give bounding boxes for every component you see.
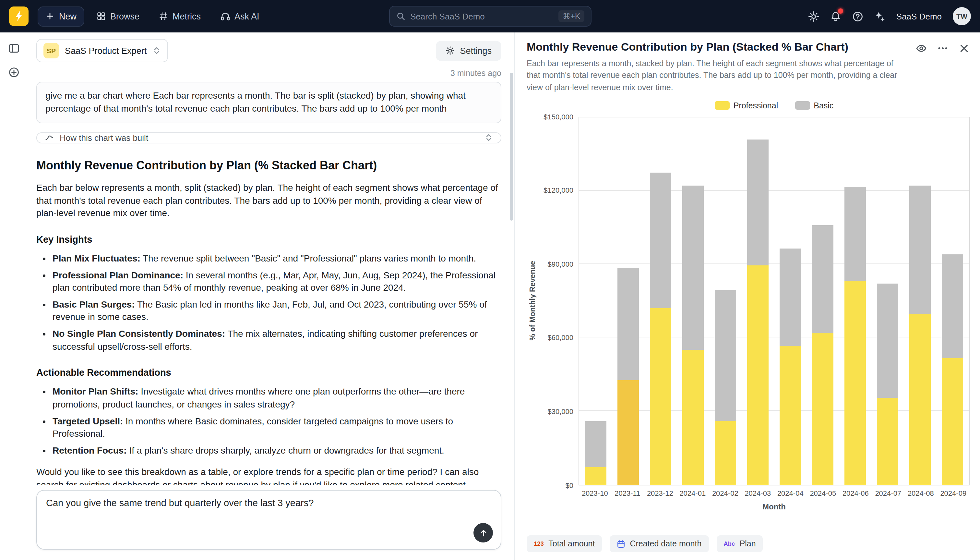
bar-2024-04[interactable] [774,117,807,484]
settings-button[interactable]: Settings [436,40,502,61]
bar-segment-professional[interactable] [877,397,898,484]
list-item: Retention Focus: If a plan's share drops… [53,445,502,457]
y-tick-label: $0 [566,481,574,489]
new-thread-icon[interactable] [8,67,19,78]
bar-segment-basic[interactable] [942,254,963,358]
bar-segment-professional[interactable] [812,333,834,484]
response-intro: Each bar below represents a month, split… [37,182,502,220]
list-item: No Single Plan Consistently Dominates: T… [53,328,502,353]
bar-segment-basic[interactable] [649,172,671,308]
help-icon[interactable] [852,11,863,22]
workspace-name[interactable]: SaaS Demo [896,12,942,21]
bar-segment-basic[interactable] [585,421,606,467]
bar-2023-10[interactable] [579,117,611,484]
numeric-field-icon: 123 [534,540,544,547]
bar-2024-02[interactable] [709,117,742,484]
bar-segment-professional[interactable] [844,281,866,484]
nav-metrics[interactable]: Metrics [152,7,208,26]
message-composer[interactable]: Can you give the same trend but quarterl… [37,490,502,550]
bar-2024-08[interactable] [904,117,937,484]
bar-segment-professional[interactable] [617,381,638,485]
user-avatar[interactable]: TW [953,7,971,25]
user-message: give me a bar chart where Each bar repre… [37,82,502,123]
sparkles-icon[interactable] [874,11,885,22]
bar-2024-03[interactable] [742,117,774,484]
composer-input[interactable]: Can you give the same trend but quarterl… [46,498,447,537]
nav-metrics-label: Metrics [173,12,201,21]
list-item: Monitor Plan Shifts: Investigate what dr… [53,386,502,411]
y-axis-title: % of Monthly Revenue [528,261,537,341]
gear-icon[interactable] [808,11,819,22]
global-search[interactable]: ⌘+K [389,6,591,27]
chat-scrollbar[interactable] [510,73,513,221]
bar-2024-05[interactable] [807,117,839,484]
bar-segment-basic[interactable] [812,225,834,333]
chevron-up-down-icon [153,46,161,55]
x-tick-label: 2024-07 [872,489,905,497]
chart-area: % of Monthly Revenue $0$30,000$60,000$90… [527,117,970,485]
bar-segment-basic[interactable] [780,248,801,346]
grid-icon [96,12,106,21]
stacked-bar [682,117,704,484]
text-field-icon: Abc [724,540,735,547]
field-badge-plan[interactable]: Abc Plan [716,535,763,552]
chart-description: Each bar represents a month, stacked by … [527,58,904,93]
field-badge-total-amount[interactable]: 123 Total amount [527,535,602,552]
search-input[interactable] [410,12,553,21]
bar-2023-12[interactable] [644,117,676,484]
nav-ask-ai[interactable]: Ask AI [213,7,267,26]
bar-segment-professional[interactable] [910,314,931,484]
bar-segment-basic[interactable] [617,268,638,380]
bar-segment-professional[interactable] [585,467,606,484]
x-tick-label: 2024-03 [742,489,774,497]
top-navbar: New Browse Metrics Ask AI ⌘+K [0,0,980,32]
bar-segment-professional[interactable] [942,358,963,485]
send-button[interactable] [473,523,493,542]
bar-segment-professional[interactable] [649,308,671,484]
bar-2024-07[interactable] [871,117,904,484]
agent-selector[interactable]: SP SaaS Product Expert [37,39,168,62]
eye-icon[interactable] [916,43,927,54]
y-tick-label: $150,000 [543,113,573,120]
bar-segment-basic[interactable] [877,283,898,397]
bar-segment-basic[interactable] [844,187,866,281]
chat-messages[interactable]: 3 minutes ago give me a bar chart where … [37,62,502,485]
bar-segment-professional[interactable] [715,421,736,484]
chart-line-icon [45,133,54,142]
bar-2024-01[interactable] [676,117,709,484]
bar-segment-basic[interactable] [682,186,704,350]
bar-2024-09[interactable] [937,117,969,484]
y-axis-ticks: $0$30,000$60,000$90,000$120,000$150,000 [538,117,578,485]
search-shortcut: ⌘+K [559,10,584,22]
legend-swatch [795,101,810,110]
chat-panel: SP SaaS Product Expert Settings 3 minute… [27,32,515,560]
legend-item-basic[interactable]: Basic [795,101,834,110]
stacked-bar [747,117,769,484]
agent-name: SaaS Product Expert [65,46,146,55]
bar-2024-06[interactable] [839,117,871,484]
how-chart-built-toggle[interactable]: How this chart was built [37,132,502,143]
bar-segment-professional[interactable] [682,350,704,484]
stacked-bar [877,117,898,484]
legend-label: Professional [734,101,778,110]
bar-segment-professional[interactable] [747,265,769,484]
bar-segment-basic[interactable] [910,186,931,314]
close-icon[interactable] [958,43,970,54]
bar-segment-basic[interactable] [747,139,769,265]
bell-icon[interactable] [830,11,841,22]
legend-swatch [715,101,730,110]
nav-browse[interactable]: Browse [90,7,146,26]
nav-ask-ai-label: Ask AI [234,12,259,21]
stacked-bar [585,117,606,484]
new-button[interactable]: New [38,6,84,26]
bar-segment-professional[interactable] [780,346,801,484]
panel-toggle-icon[interactable] [8,43,19,54]
more-options-icon[interactable] [937,43,948,54]
bar-segment-basic[interactable] [715,290,736,421]
legend-item-professional[interactable]: Professional [715,101,778,110]
field-badge-created-date-month[interactable]: Created date month [610,535,709,552]
navbar-right-cluster: SaaS Demo TW [808,7,971,25]
field-badge-label: Total amount [548,539,595,548]
app-logo[interactable] [9,7,28,26]
bar-2023-11[interactable] [611,117,644,484]
